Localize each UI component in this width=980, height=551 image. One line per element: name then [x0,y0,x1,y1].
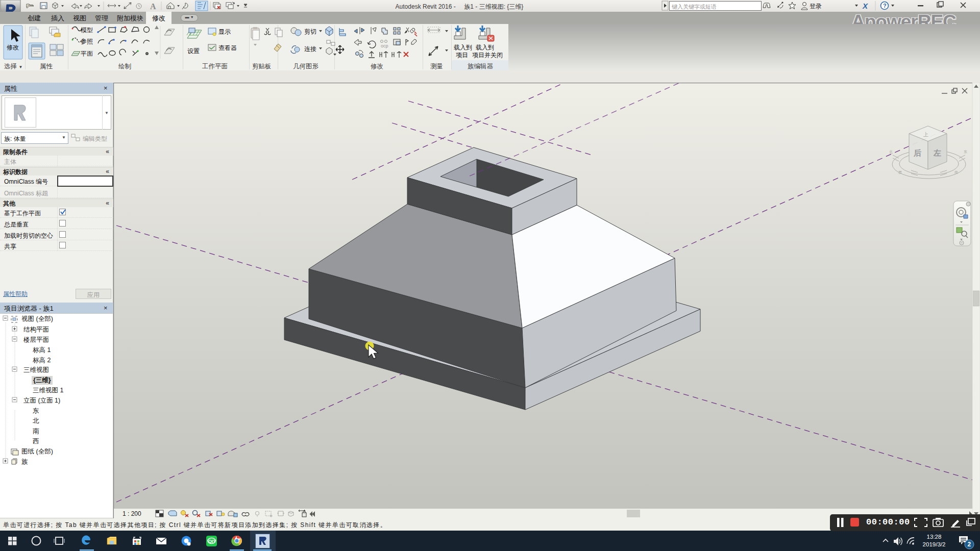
svg-text:A: A [150,2,156,11]
svg-text:查看器: 查看器 [218,44,237,52]
svg-text:登录: 登录 [810,3,822,10]
svg-text:上: 上 [923,132,928,137]
svg-text:载入到: 载入到 [476,44,494,51]
svg-text:1 : 200: 1 : 200 [122,510,141,517]
svg-text:?: ? [883,3,887,9]
svg-text:项目: 项目 [456,52,468,59]
svg-text:平面: 平面 [81,50,93,57]
svg-text:东: 东 [964,150,967,154]
svg-text:后: 后 [913,148,921,157]
svg-text:项目并关闭: 项目并关闭 [472,52,503,59]
svg-text:南: 南 [954,170,958,174]
svg-text:剪切: 剪切 [304,28,316,35]
svg-text:设置: 设置 [187,47,200,55]
svg-text:连接: 连接 [304,45,316,53]
svg-text:QIY: QIY [208,539,216,544]
svg-text:参照: 参照 [81,38,93,45]
svg-text:ocp: ocp [381,43,388,48]
svg-text:左: 左 [933,148,941,157]
svg-text:X: X [862,2,868,10]
svg-text:显示: 显示 [218,28,231,35]
svg-text:西: 西 [898,170,902,174]
svg-text:北: 北 [889,150,893,154]
svg-text:修改: 修改 [7,44,19,51]
svg-text:载入到: 载入到 [454,44,472,51]
svg-text:2: 2 [968,541,971,548]
svg-text:模型: 模型 [81,27,93,34]
